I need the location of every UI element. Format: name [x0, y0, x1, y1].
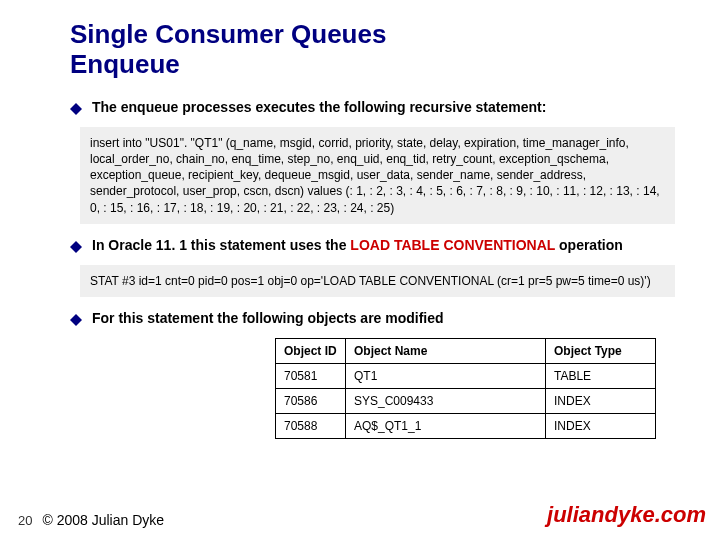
cell-object-type: INDEX: [546, 388, 656, 413]
svg-marker-2: [70, 314, 82, 326]
footer-left: 20 © 2008 Julian Dyke: [18, 512, 164, 528]
cell-object-type: TABLE: [546, 363, 656, 388]
slide: Single Consumer Queues Enqueue The enque…: [0, 0, 720, 540]
cell-object-id: 70586: [276, 388, 346, 413]
cell-object-name: AQ$_QT1_1: [346, 413, 546, 438]
header-object-type: Object Type: [546, 338, 656, 363]
table-header-row: Object ID Object Name Object Type: [276, 338, 656, 363]
table-row: 70581 QT1 TABLE: [276, 363, 656, 388]
cell-object-type: INDEX: [546, 413, 656, 438]
site-name: juliandyke.com: [547, 502, 706, 528]
diamond-bullet-icon: [70, 101, 82, 119]
footer: 20 © 2008 Julian Dyke juliandyke.com: [0, 502, 720, 528]
svg-marker-1: [70, 241, 82, 253]
bullet-2: In Oracle 11. 1 this statement uses the …: [70, 236, 675, 257]
bullet-1-text: The enqueue processes executes the follo…: [92, 98, 546, 117]
bullet-3-text: For this statement the following objects…: [92, 309, 444, 328]
table-row: 70588 AQ$_QT1_1 INDEX: [276, 413, 656, 438]
bullet-3: For this statement the following objects…: [70, 309, 675, 330]
bullet-1: The enqueue processes executes the follo…: [70, 98, 675, 119]
title-line-1: Single Consumer Queues: [70, 19, 386, 49]
cell-object-id: 70588: [276, 413, 346, 438]
slide-title: Single Consumer Queues Enqueue: [70, 20, 675, 80]
diamond-bullet-icon: [70, 312, 82, 330]
header-object-id: Object ID: [276, 338, 346, 363]
code-block-2: STAT #3 id=1 cnt=0 pid=0 pos=1 obj=0 op=…: [80, 265, 675, 297]
load-table-keyword: LOAD TABLE CONVENTIONAL: [350, 237, 555, 253]
bullet-2-prefix: In Oracle 11. 1 this statement uses the: [92, 237, 350, 253]
code-block-1: insert into "US01". "QT1" (q_name, msgid…: [80, 127, 675, 224]
cell-object-name: QT1: [346, 363, 546, 388]
copyright: © 2008 Julian Dyke: [42, 512, 164, 528]
cell-object-name: SYS_C009433: [346, 388, 546, 413]
diamond-bullet-icon: [70, 239, 82, 257]
bullet-2-text: In Oracle 11. 1 this statement uses the …: [92, 236, 623, 255]
table-row: 70586 SYS_C009433 INDEX: [276, 388, 656, 413]
header-object-name: Object Name: [346, 338, 546, 363]
svg-marker-0: [70, 103, 82, 115]
title-line-2: Enqueue: [70, 49, 180, 79]
page-number: 20: [18, 513, 32, 528]
objects-table: Object ID Object Name Object Type 70581 …: [275, 338, 656, 439]
cell-object-id: 70581: [276, 363, 346, 388]
bullet-2-suffix: operation: [555, 237, 623, 253]
